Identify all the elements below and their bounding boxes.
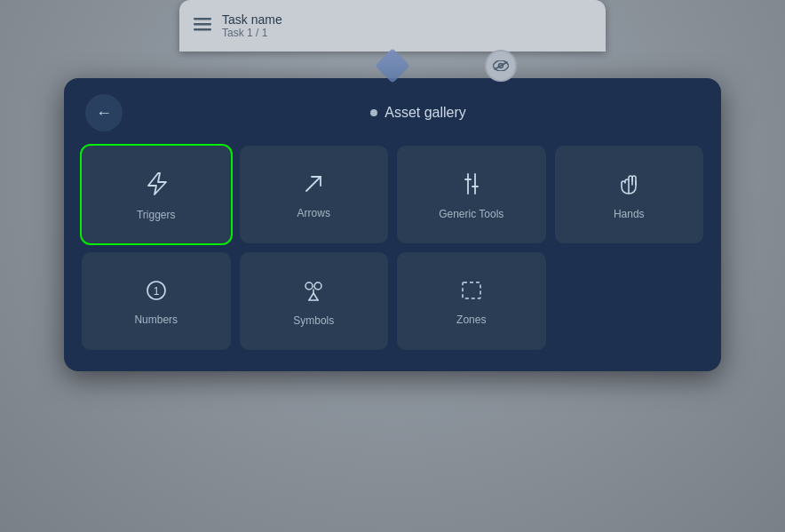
gallery-panel: ← Asset gallery Triggers A bbox=[64, 78, 721, 371]
grid-item-numbers[interactable]: 1 Numbers bbox=[82, 252, 231, 350]
task-bar: Task name Task 1 / 1 bbox=[179, 0, 606, 52]
numbers-icon: 1 bbox=[146, 280, 167, 305]
svg-point-13 bbox=[314, 282, 321, 290]
back-button[interactable]: ← bbox=[85, 94, 123, 131]
svg-line-5 bbox=[306, 177, 321, 191]
svg-text:1: 1 bbox=[153, 285, 159, 298]
svg-rect-2 bbox=[194, 28, 211, 31]
eye-button[interactable] bbox=[485, 50, 517, 82]
zones-icon bbox=[460, 280, 483, 305]
back-arrow-icon: ← bbox=[96, 104, 112, 123]
task-subtitle: Task 1 / 1 bbox=[222, 27, 282, 39]
gallery-grid-row1: Triggers Arrows bbox=[64, 146, 721, 243]
empty-slot bbox=[555, 252, 704, 350]
gallery-title: Asset gallery bbox=[385, 105, 466, 121]
zones-label: Zones bbox=[456, 314, 486, 326]
task-info: Task name Task 1 / 1 bbox=[222, 12, 282, 39]
svg-line-14 bbox=[309, 293, 313, 300]
grid-item-triggers[interactable]: Triggers bbox=[82, 146, 231, 243]
hands-label: Hands bbox=[614, 208, 645, 220]
connector-area bbox=[179, 52, 606, 80]
grid-item-hands[interactable]: Hands bbox=[555, 146, 704, 243]
svg-line-15 bbox=[313, 293, 318, 300]
arrows-label: Arrows bbox=[297, 207, 330, 219]
list-icon bbox=[194, 18, 211, 35]
svg-rect-18 bbox=[463, 282, 480, 298]
svg-rect-1 bbox=[194, 23, 211, 26]
svg-point-12 bbox=[305, 282, 313, 290]
triggers-label: Triggers bbox=[137, 209, 176, 221]
grid-item-arrows[interactable]: Arrows bbox=[240, 146, 389, 243]
grid-item-symbols[interactable]: Symbols bbox=[240, 252, 389, 350]
diamond-indicator bbox=[375, 48, 410, 83]
task-title: Task name bbox=[222, 12, 282, 27]
generic-tools-label: Generic Tools bbox=[439, 208, 504, 220]
numbers-label: Numbers bbox=[134, 314, 178, 326]
gallery-header: ← Asset gallery bbox=[64, 78, 721, 146]
svg-rect-0 bbox=[194, 18, 211, 20]
symbols-label: Symbols bbox=[293, 314, 334, 327]
symbols-icon bbox=[302, 279, 325, 306]
grid-item-zones[interactable]: Zones bbox=[397, 252, 546, 350]
tools-icon bbox=[461, 172, 482, 199]
grid-item-generic-tools[interactable]: Generic Tools bbox=[397, 146, 546, 243]
gallery-grid-row2: 1 Numbers Symbols bbox=[64, 243, 721, 350]
lightning-icon bbox=[145, 171, 168, 200]
gallery-dot bbox=[370, 109, 377, 116]
gallery-title-area: Asset gallery bbox=[137, 105, 700, 121]
hand-icon bbox=[619, 172, 638, 199]
arrow-icon bbox=[303, 173, 324, 198]
